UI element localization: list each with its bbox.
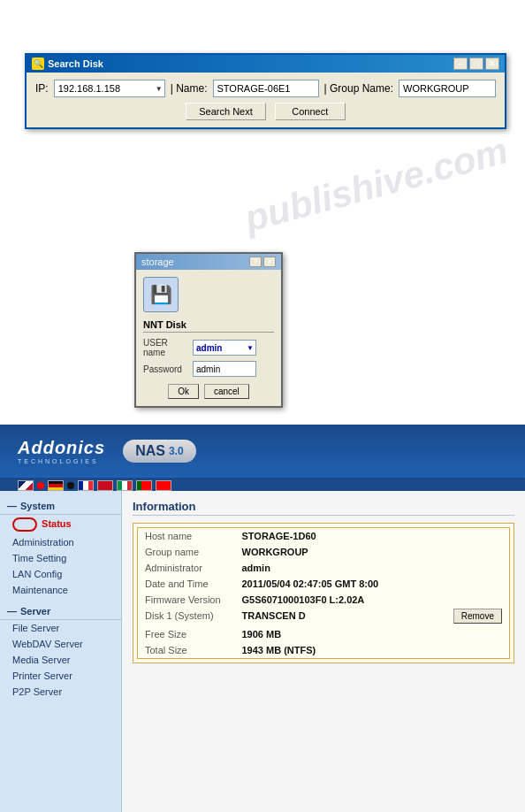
table-row: Disk 1 (System) TRANSCEN D Remove: [138, 608, 510, 626]
label-free-size: Free Size: [138, 626, 235, 642]
username-dropdown[interactable]: admin ▼: [193, 340, 256, 356]
search-disk-buttons: Search Next Connect: [35, 103, 496, 120]
watermark: publishive.com: [240, 129, 513, 240]
table-row: Group name WORKGROUP: [138, 544, 510, 560]
storage-device-icon: 💾: [143, 277, 179, 312]
group-input[interactable]: [399, 80, 496, 97]
info-outer-border: Host name STORAGE-1D60 Group name WORKGR…: [133, 523, 514, 663]
value-free-size: 1906 MB: [235, 626, 510, 642]
flag-tw[interactable]: [156, 480, 171, 491]
brand-name: Addonics: [18, 438, 105, 458]
table-row: Date and Time 2011/05/04 02:47:05 GMT 8:…: [138, 576, 510, 592]
info-panel: Information Host name STORAGE-1D60 Group…: [122, 491, 525, 812]
search-disk-body: IP: 192.168.1.158 ▼ | Name: | Group Name…: [27, 73, 505, 127]
sidebar-item-status-label: Status: [42, 518, 72, 529]
label-host-name: Host name: [138, 528, 235, 545]
ip-dropdown[interactable]: 192.168.1.158 ▼: [54, 80, 165, 97]
nas-badge: NAS 3.0: [123, 440, 195, 463]
label-administrator: Administrator: [138, 560, 235, 576]
storage-cancel-button[interactable]: cancel: [204, 384, 249, 399]
minimize-button[interactable]: ─: [453, 57, 468, 70]
sidebar-item-printer-server[interactable]: Printer Server: [0, 668, 121, 684]
storage-body: 💾 NNT Disk USER name admin ▼ Password Ok…: [136, 270, 281, 406]
value-disk1: TRANSCEN D Remove: [235, 608, 510, 626]
password-input[interactable]: [193, 361, 256, 377]
sidebar-item-media-server[interactable]: Media Server: [0, 652, 121, 668]
table-row: Free Size 1906 MB: [138, 626, 510, 642]
storage-help-button[interactable]: ?: [249, 257, 262, 267]
search-disk-dialog: 🔍 Search Disk ─ □ ✕ IP: 192.168.1.158 ▼ …: [25, 53, 506, 129]
search-disk-title: Search Disk: [48, 58, 103, 69]
sidebar-item-media-server-label: Media Server: [12, 655, 70, 665]
storage-icon-row: 💾: [143, 277, 274, 312]
value-administrator: admin: [235, 560, 510, 576]
search-disk-icon: 🔍: [32, 57, 44, 70]
storage-close-button[interactable]: ✕: [263, 257, 276, 267]
sidebar-item-file-server[interactable]: File Server: [0, 620, 121, 636]
sidebar-item-time-setting-label: Time Setting: [12, 553, 66, 563]
sidebar-item-status[interactable]: Status: [0, 515, 121, 534]
flag-pt[interactable]: [136, 480, 152, 491]
titlebar-left: 🔍 Search Disk: [32, 57, 103, 70]
table-row: Total Size 1943 MB (NTFS): [138, 642, 510, 659]
maximize-button[interactable]: □: [469, 57, 483, 70]
watermark-text: publishive.com: [240, 129, 512, 240]
server-section: — Server File Server WebDAV Server Media…: [0, 603, 121, 700]
table-row: Firmware Version G5S6071000103F0 L:2.02A: [138, 592, 510, 608]
flag-uk[interactable]: [18, 480, 34, 491]
storage-ok-button[interactable]: Ok: [168, 384, 199, 399]
storage-titlebar: storage ? ✕: [136, 254, 281, 270]
flag-de[interactable]: [48, 480, 64, 491]
sidebar-item-webdav-server-label: WebDAV Server: [12, 639, 83, 649]
username-row: USER name admin ▼: [143, 338, 274, 357]
system-header-label: System: [20, 501, 55, 511]
flag-es[interactable]: [97, 480, 113, 491]
flag-fr[interactable]: [78, 480, 94, 491]
search-next-button[interactable]: Search Next: [186, 103, 266, 120]
value-date-time: 2011/05/04 02:47:05 GMT 8:00: [235, 576, 510, 592]
addonics-logo: Addonics TECHNOLOGIES: [18, 438, 105, 464]
table-row: Host name STORAGE-1D60: [138, 528, 510, 545]
search-disk-row: IP: 192.168.1.158 ▼ | Name: | Group Name…: [35, 80, 496, 97]
group-label: | Group Name:: [324, 82, 393, 95]
server-section-header: — Server: [0, 603, 121, 620]
dot-black-icon: [67, 482, 74, 489]
nas-label: NAS: [135, 443, 165, 459]
sidebar-item-lan-config[interactable]: LAN Config: [0, 566, 121, 582]
connect-button[interactable]: Connect: [275, 103, 346, 120]
dropdown-arrow-icon: ▼: [156, 85, 163, 93]
label-firmware: Firmware Version: [138, 592, 235, 608]
info-table: Host name STORAGE-1D60 Group name WORKGR…: [137, 527, 510, 659]
status-circle-icon: [12, 517, 37, 532]
flag-it[interactable]: [117, 480, 133, 491]
titlebar-buttons: ─ □ ✕: [453, 57, 499, 70]
password-label: Password: [143, 364, 189, 374]
sidebar-item-webdav-server[interactable]: WebDAV Server: [0, 636, 121, 652]
sidebar-item-time-setting[interactable]: Time Setting: [0, 550, 121, 566]
sidebar-item-administration[interactable]: Administration: [0, 534, 121, 550]
value-total-size: 1943 MB (NTFS): [235, 642, 510, 659]
sidebar-item-maintenance[interactable]: Maintenance: [0, 582, 121, 598]
sidebar-item-lan-config-label: LAN Config: [12, 569, 62, 579]
dot-red-icon: [37, 482, 44, 489]
system-section: — System Status Administration Time Sett…: [0, 498, 121, 598]
password-row: Password: [143, 361, 274, 377]
ip-label: IP:: [35, 82, 49, 95]
value-host-name: STORAGE-1D60: [235, 528, 510, 545]
sidebar-item-file-server-label: File Server: [12, 623, 59, 633]
remove-button[interactable]: Remove: [453, 609, 502, 624]
ip-value: 192.168.1.158: [58, 83, 120, 94]
username-value: admin: [196, 343, 222, 353]
name-label: | Name:: [171, 82, 208, 95]
info-panel-title: Information: [133, 500, 514, 516]
sidebar-item-maintenance-label: Maintenance: [12, 585, 68, 595]
main-content: — System Status Administration Time Sett…: [0, 491, 525, 812]
sidebar-item-p2p-server[interactable]: P2P Server: [0, 684, 121, 700]
storage-title: storage: [141, 257, 174, 267]
label-group-name: Group name: [138, 544, 235, 560]
system-section-header: — System: [0, 498, 121, 515]
label-total-size: Total Size: [138, 642, 235, 659]
server-header-label: Server: [20, 606, 50, 617]
close-button[interactable]: ✕: [485, 57, 499, 70]
name-input[interactable]: [213, 80, 319, 97]
